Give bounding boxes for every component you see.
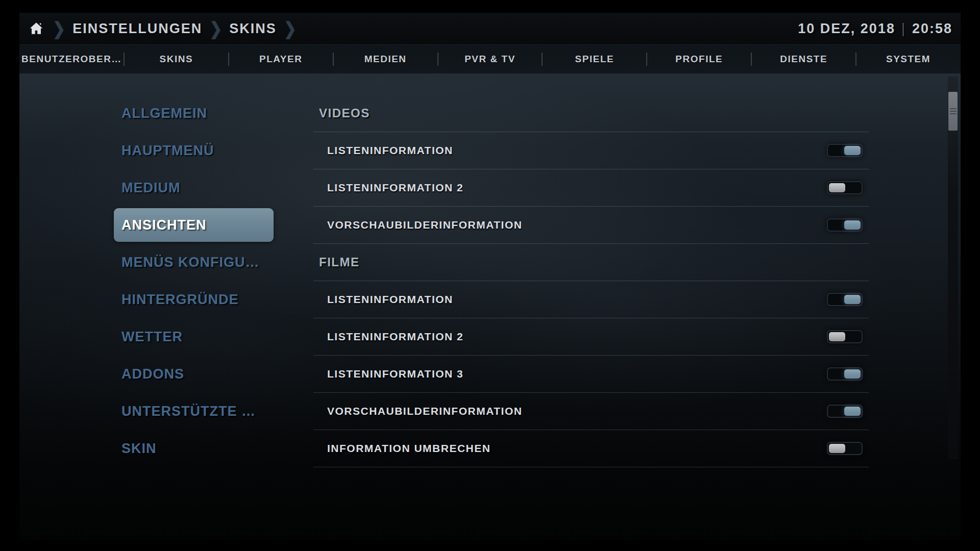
setting-row-videos-listeninformation-2[interactable]: LISTENINFORMATION 2 xyxy=(313,169,869,207)
setting-row-filme-listeninformation-3[interactable]: LISTENINFORMATION 3 xyxy=(313,356,869,393)
sidebar-item-unterstuetzte[interactable]: UNTERSTÜTZTE … xyxy=(114,393,274,430)
toggle-switch[interactable] xyxy=(827,367,863,381)
setting-row-filme-listeninformation[interactable]: LISTENINFORMATION xyxy=(313,281,869,318)
sidebar-item-label: ALLGEMEIN xyxy=(121,106,207,121)
sidebar-item-menus-konfigurieren[interactable]: MENÜS KONFIGU… xyxy=(114,244,274,281)
toggle-knob xyxy=(844,146,861,155)
tab-player[interactable]: PLAYER xyxy=(229,45,333,73)
setting-label: LISTENINFORMATION xyxy=(327,144,453,157)
setting-label: LISTENINFORMATION 3 xyxy=(327,368,463,380)
toggle-switch[interactable] xyxy=(827,293,863,306)
sidebar-item-skin[interactable]: SKIN xyxy=(114,430,274,467)
sidebar-item-label: ANSICHTEN xyxy=(121,217,207,233)
tab-spiele[interactable]: SPIELE xyxy=(542,45,647,73)
toggle-knob xyxy=(829,444,845,453)
setting-label: VORSCHAUBILDERINFORMATION xyxy=(327,405,522,417)
section-header-filme: FILME xyxy=(313,244,869,281)
datetime-separator: | xyxy=(901,21,906,37)
breadcrumb-bar: ❯ EINSTELLUNGEN ❯ SKINS ❯ 10 DEZ, 2018 |… xyxy=(19,13,961,44)
time-label: 20:58 xyxy=(912,21,952,37)
breadcrumb-separator-icon: ❯ xyxy=(284,20,297,38)
breadcrumb-separator-icon: ❯ xyxy=(53,20,65,38)
toggle-knob xyxy=(844,295,861,304)
date-label: 10 DEZ, 2018 xyxy=(798,21,895,37)
breadcrumb-item-skins[interactable]: SKINS xyxy=(229,21,277,37)
sidebar-item-medium[interactable]: MEDIUM xyxy=(114,169,274,207)
sidebar-item-label: HAUPTMENÜ xyxy=(121,143,214,159)
toggle-knob xyxy=(844,220,861,230)
setting-label: LISTENINFORMATION 2 xyxy=(327,182,463,194)
sidebar-item-hintergruende[interactable]: HINTERGRÜNDE xyxy=(114,281,274,318)
sidebar-item-label: ADDONS xyxy=(121,366,184,382)
settings-section-sidebar: ALLGEMEIN HAUPTMENÜ MEDIUM ANSICHTEN MEN… xyxy=(114,95,274,467)
toggle-switch[interactable] xyxy=(827,442,863,455)
tab-dienste[interactable]: DIENSTE xyxy=(751,45,856,73)
kodi-settings-window: ❯ EINSTELLUNGEN ❯ SKINS ❯ 10 DEZ, 2018 |… xyxy=(19,13,961,540)
sidebar-item-ansichten[interactable]: ANSICHTEN xyxy=(114,208,274,242)
sidebar-item-label: SKIN xyxy=(121,441,157,457)
section-title: VIDEOS xyxy=(319,106,370,120)
setting-row-filme-information-umbrechen[interactable]: INFORMATION UMBRECHEN xyxy=(313,430,869,467)
tab-benutzeroberflaeche[interactable]: BENUTZEROBER… xyxy=(19,45,124,73)
sidebar-item-label: WETTER xyxy=(121,329,183,345)
breadcrumb: ❯ EINSTELLUNGEN ❯ SKINS ❯ xyxy=(28,20,297,37)
toggle-switch[interactable] xyxy=(827,405,863,418)
toggle-switch[interactable] xyxy=(827,181,863,194)
section-title: FILME xyxy=(319,255,360,269)
settings-content: ALLGEMEIN HAUPTMENÜ MEDIUM ANSICHTEN MEN… xyxy=(19,73,961,540)
sidebar-item-allgemein[interactable]: ALLGEMEIN xyxy=(114,95,274,132)
setting-row-filme-listeninformation-2[interactable]: LISTENINFORMATION 2 xyxy=(313,318,869,356)
sidebar-item-label: MEDIUM xyxy=(121,180,181,196)
settings-list: VIDEOS LISTENINFORMATION LISTENINFORMATI… xyxy=(313,95,869,467)
setting-row-videos-vorschaubilderinformation[interactable]: VORSCHAUBILDERINFORMATION xyxy=(313,207,869,244)
setting-label: VORSCHAUBILDERINFORMATION xyxy=(327,219,522,231)
sidebar-item-label: MENÜS KONFIGU… xyxy=(121,255,260,270)
toggle-switch[interactable] xyxy=(827,330,863,343)
setting-row-videos-listeninformation[interactable]: LISTENINFORMATION xyxy=(313,132,869,169)
settings-category-tabbar: BENUTZEROBER… SKINS PLAYER MEDIEN PVR & … xyxy=(19,44,961,73)
breadcrumb-separator-icon: ❯ xyxy=(209,20,222,38)
setting-row-filme-vorschaubilderinformation[interactable]: VORSCHAUBILDERINFORMATION xyxy=(313,393,869,430)
toggle-knob xyxy=(829,183,845,192)
setting-label: LISTENINFORMATION 2 xyxy=(327,331,463,343)
sidebar-item-addons[interactable]: ADDONS xyxy=(114,356,274,393)
sidebar-item-hauptmenu[interactable]: HAUPTMENÜ xyxy=(114,132,274,169)
scrollbar-thumb[interactable] xyxy=(948,92,958,131)
setting-label: INFORMATION UMBRECHEN xyxy=(327,442,491,455)
toggle-knob xyxy=(844,369,861,379)
tab-medien[interactable]: MEDIEN xyxy=(333,45,438,73)
scrollbar-track[interactable] xyxy=(948,77,958,459)
sidebar-item-label: HINTERGRÜNDE xyxy=(121,292,239,308)
toggle-knob xyxy=(844,407,861,416)
tab-profile[interactable]: PROFILE xyxy=(647,45,751,73)
breadcrumb-item-einstellungen[interactable]: EINSTELLUNGEN xyxy=(72,21,202,37)
datetime-display: 10 DEZ, 2018 | 20:58 xyxy=(798,21,952,37)
home-icon[interactable] xyxy=(28,20,45,37)
tab-skins[interactable]: SKINS xyxy=(124,45,229,73)
sidebar-item-label: UNTERSTÜTZTE … xyxy=(121,404,256,419)
sidebar-item-wetter[interactable]: WETTER xyxy=(114,318,274,356)
toggle-switch[interactable] xyxy=(827,144,863,157)
toggle-knob xyxy=(829,332,845,341)
setting-label: LISTENINFORMATION xyxy=(327,293,453,306)
tab-system[interactable]: SYSTEM xyxy=(856,45,961,73)
section-header-videos: VIDEOS xyxy=(313,95,869,132)
tab-pvr-tv[interactable]: PVR & TV xyxy=(438,45,543,73)
toggle-switch[interactable] xyxy=(827,218,863,232)
